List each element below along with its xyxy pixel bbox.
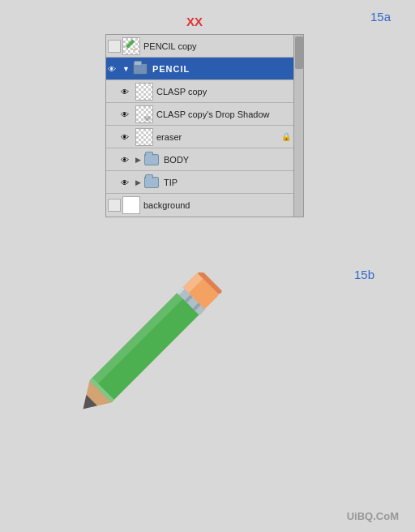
layer-row-tip[interactable]: 👁 ▶ TIP bbox=[106, 171, 294, 194]
layer-name-clasp-drop-shadow: CLASP copy's Drop Shadow bbox=[156, 109, 294, 119]
lock-icon-eraser: 🔒 bbox=[281, 132, 291, 141]
layer-name-clasp-copy: CLASP copy bbox=[156, 87, 294, 97]
layer-row-clasp-copy[interactable]: 👁 CLASP copy bbox=[106, 80, 294, 103]
thumb-pencil-copy bbox=[122, 37, 140, 55]
eye-clasp-drop-shadow: 👁 bbox=[121, 109, 135, 120]
checkbox-background[interactable] bbox=[108, 199, 121, 212]
layer-name-eraser: eraser bbox=[156, 132, 281, 142]
eye-eraser: 👁 bbox=[121, 131, 135, 143]
arrow-pencil: ▼ bbox=[122, 65, 130, 73]
layer-name-pencil-copy: PENCIL copy bbox=[143, 41, 294, 51]
layer-row-pencil[interactable]: 👁 ▼ PENCIL bbox=[106, 58, 294, 80]
svg-rect-0 bbox=[126, 40, 135, 49]
layer-row-pencil-copy[interactable]: PENCIL copy bbox=[106, 35, 294, 58]
pencil-svg bbox=[65, 272, 292, 483]
eye-clasp-copy: 👁 bbox=[121, 86, 135, 97]
layer-row-clasp-drop-shadow[interactable]: 👁 CLASP copy's Drop Shadow bbox=[106, 103, 294, 126]
thumb-body-folder bbox=[143, 151, 160, 169]
thumb-eraser bbox=[135, 128, 153, 146]
layer-row-background[interactable]: background bbox=[106, 194, 294, 217]
watermark: UiBQ.CoM bbox=[347, 510, 399, 522]
eye-body: 👁 bbox=[121, 154, 135, 165]
scrollbar-thumb[interactable] bbox=[295, 36, 303, 69]
thumb-pencil-folder bbox=[131, 60, 149, 78]
layer-name-body: BODY bbox=[164, 155, 294, 165]
checkbox-pencil-copy[interactable] bbox=[108, 40, 121, 53]
arrow-tip: ▶ bbox=[135, 178, 141, 187]
panel-wrapper: PENCIL copy 👁 ▼ PENCIL 👁 CLASP copy bbox=[106, 35, 303, 217]
scrollbar[interactable] bbox=[293, 35, 303, 217]
label-15b: 15b bbox=[354, 268, 374, 281]
pencil-illustration bbox=[65, 272, 292, 483]
svg-marker-1 bbox=[133, 48, 135, 50]
label-15a: 15a bbox=[370, 10, 391, 24]
panel-content: PENCIL copy 👁 ▼ PENCIL 👁 CLASP copy bbox=[106, 35, 294, 217]
thumb-clasp-copy bbox=[135, 83, 153, 101]
thumb-background bbox=[122, 196, 140, 214]
eye-tip: 👁 bbox=[121, 177, 135, 188]
layer-name-pencil: PENCIL bbox=[152, 64, 294, 74]
layer-row-eraser[interactable]: 👁 eraser 🔒 bbox=[106, 126, 294, 148]
eye-pencil: 👁 bbox=[108, 63, 122, 75]
layer-name-tip: TIP bbox=[164, 178, 294, 187]
xx-label: XX bbox=[186, 15, 203, 28]
pencil-mini-icon bbox=[125, 40, 138, 53]
arrow-body: ▶ bbox=[135, 156, 141, 164]
layer-name-background: background bbox=[143, 200, 294, 210]
layers-panel: PENCIL copy 👁 ▼ PENCIL 👁 CLASP copy bbox=[105, 34, 304, 217]
svg-rect-3 bbox=[89, 289, 203, 402]
thumb-tip-folder bbox=[143, 174, 160, 191]
layer-row-body[interactable]: 👁 ▶ BODY bbox=[106, 148, 294, 171]
thumb-clasp-drop-shadow bbox=[135, 105, 153, 123]
